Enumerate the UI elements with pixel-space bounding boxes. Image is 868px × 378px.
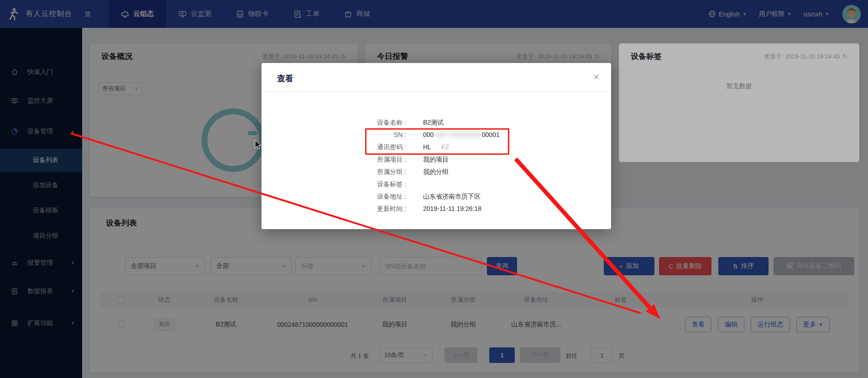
modal-title: 查看: [277, 73, 293, 84]
field-address: 设备地址 : 山东省济南市历下区: [261, 190, 611, 203]
view-device-modal: 查看 × 设备名称 : B2测试 SN : 000248710000000000…: [261, 63, 611, 229]
empty-state-text: 暂无数据: [619, 82, 859, 90]
field-updated-time: 更新时间 : 2019-11-11 19:26:18: [261, 203, 611, 215]
field-value: 00024871000000000001: [423, 129, 500, 141]
field-label: 所属项目 :: [307, 153, 406, 166]
redacted-text: 248710000000: [434, 131, 481, 138]
device-tags-card: 设备标签 更新于: 2019-11-20 19:24:45 ↻ 暂无数据: [619, 43, 859, 162]
field-project: 所属项目 : 我的项目: [261, 153, 611, 166]
field-tags: 设备标签 :: [261, 178, 611, 190]
field-sn: SN : 00024871000000000001: [261, 129, 611, 141]
field-value: 我的项目: [423, 153, 449, 166]
updated-text: 更新于: 2019-11-20 19:24:45: [764, 52, 840, 61]
field-label: 设备地址 :: [307, 190, 406, 203]
divider: [261, 91, 611, 92]
card-header: 设备标签 更新于: 2019-11-20 19:24:45 ↻: [619, 43, 859, 70]
card-title: 设备标签: [631, 51, 662, 62]
field-comm-password: 通讯密码 : HL····FZ: [261, 141, 611, 153]
field-value: 我的分组: [423, 166, 449, 178]
field-label: 所属分组 :: [307, 166, 406, 178]
close-icon[interactable]: ×: [593, 71, 599, 83]
field-value: HL····FZ: [423, 141, 450, 153]
field-value: B2测试: [423, 116, 444, 129]
card-updated: 更新于: 2019-11-20 19:24:45 ↻: [764, 52, 847, 61]
field-value: 山东省济南市历下区: [423, 190, 481, 203]
redacted-text: ····: [431, 143, 442, 151]
field-device-name: 设备名称 : B2测试: [261, 116, 611, 129]
field-label: SN :: [307, 129, 406, 141]
field-label: 设备名称 :: [307, 116, 406, 129]
field-label: 设备标签 :: [307, 178, 406, 190]
field-label: 通讯密码 :: [307, 141, 406, 153]
field-label: 更新时间 :: [307, 203, 406, 215]
field-value: 2019-11-11 19:26:18: [423, 203, 481, 215]
refresh-icon[interactable]: ↻: [842, 53, 847, 60]
app-window: 有人云控制台 ≡ 云组态 云监测 物联卡 工单 商城: [0, 0, 868, 378]
field-group: 所属分组 : 我的分组: [261, 166, 611, 178]
